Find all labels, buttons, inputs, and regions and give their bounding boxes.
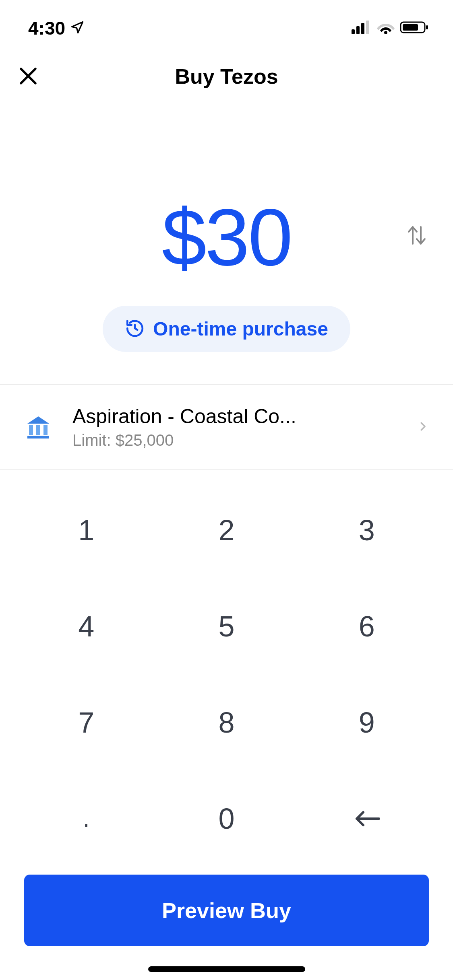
status-right	[352, 21, 429, 36]
preview-buy-button[interactable]: Preview Buy	[24, 875, 429, 946]
location-icon	[70, 20, 85, 36]
cta-area: Preview Buy	[0, 875, 453, 966]
header: Buy Tezos	[0, 48, 453, 105]
keypad-4[interactable]: 4	[16, 578, 156, 674]
svg-rect-11	[43, 425, 48, 435]
swap-arrows-icon	[405, 245, 429, 251]
keypad-8[interactable]: 8	[156, 674, 296, 770]
svg-rect-1	[356, 26, 360, 34]
keypad-7[interactable]: 7	[16, 674, 156, 770]
keypad-9[interactable]: 9	[297, 674, 437, 770]
home-indicator-area	[0, 966, 453, 980]
wifi-icon	[376, 21, 395, 36]
amount-display: $30	[162, 197, 292, 278]
bank-icon	[24, 416, 52, 439]
payment-method-row[interactable]: Aspiration - Coastal Co... Limit: $25,00…	[0, 384, 453, 470]
svg-rect-7	[426, 25, 428, 29]
battery-icon	[400, 21, 429, 36]
svg-marker-8	[27, 416, 49, 424]
keypad-0[interactable]: 0	[156, 770, 296, 867]
svg-rect-2	[361, 23, 364, 34]
status-time: 4:30	[28, 17, 65, 39]
keypad-1[interactable]: 1	[16, 482, 156, 578]
payment-info: Aspiration - Coastal Co... Limit: $25,00…	[72, 405, 397, 449]
svg-rect-6	[403, 24, 418, 31]
amount-section: $30 One-time purchase	[0, 105, 453, 384]
close-button[interactable]	[16, 64, 40, 89]
svg-rect-10	[36, 425, 40, 435]
svg-rect-0	[352, 29, 355, 34]
svg-rect-3	[366, 21, 369, 34]
keypad-decimal[interactable]: .	[16, 770, 156, 867]
swap-currency-button[interactable]	[405, 221, 429, 251]
backspace-icon	[353, 802, 381, 835]
payment-method-name: Aspiration - Coastal Co...	[72, 405, 397, 428]
payment-method-limit: Limit: $25,000	[72, 431, 397, 449]
keypad-3[interactable]: 3	[297, 482, 437, 578]
keypad-6[interactable]: 6	[297, 578, 437, 674]
svg-rect-12	[27, 436, 49, 439]
close-icon	[17, 82, 39, 88]
purchase-type-label: One-time purchase	[153, 318, 328, 340]
cellular-icon	[352, 21, 372, 36]
keypad: 1 2 3 4 5 6 7 8 9 . 0	[0, 470, 453, 875]
status-bar: 4:30	[0, 8, 453, 48]
keypad-5[interactable]: 5	[156, 578, 296, 674]
purchase-type-button[interactable]: One-time purchase	[103, 306, 350, 352]
page-title: Buy Tezos	[175, 64, 278, 89]
svg-point-4	[384, 31, 387, 34]
home-indicator[interactable]	[148, 966, 305, 972]
chevron-right-icon	[417, 417, 429, 438]
keypad-backspace[interactable]	[297, 770, 437, 867]
recurring-icon	[125, 318, 145, 340]
status-left: 4:30	[28, 17, 85, 39]
svg-rect-9	[29, 425, 33, 435]
keypad-2[interactable]: 2	[156, 482, 296, 578]
